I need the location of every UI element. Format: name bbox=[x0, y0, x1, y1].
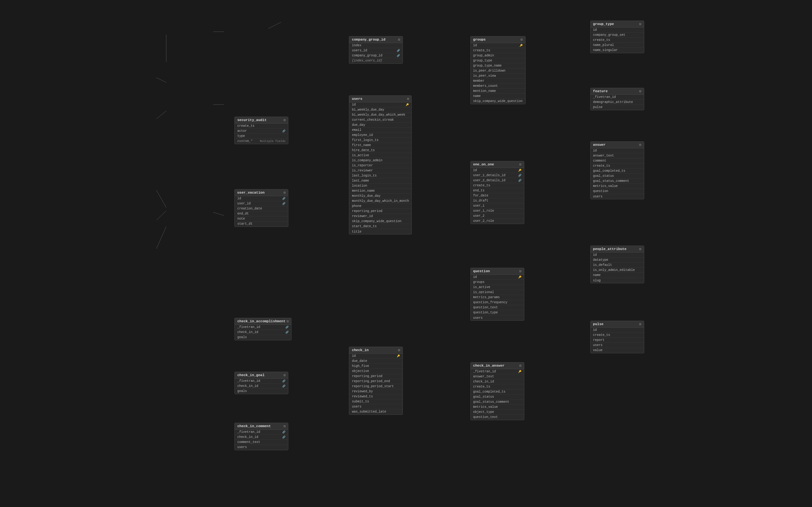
foreign-key-icon: 🔗 bbox=[282, 202, 286, 205]
table-row: create_ts bbox=[591, 333, 644, 338]
field-name: id bbox=[352, 103, 404, 107]
table-expand-icon[interactable]: ⊡ bbox=[284, 424, 286, 428]
field-name: is_only_admin_editable bbox=[593, 268, 641, 272]
table-expand-icon[interactable]: ⊡ bbox=[407, 97, 409, 101]
field-name: goal_status bbox=[593, 174, 641, 178]
field-name: _fivetran_id bbox=[237, 379, 281, 383]
table-expand-icon[interactable]: ⊡ bbox=[284, 191, 286, 194]
table-row: phone bbox=[349, 204, 411, 209]
field-name: company_group_id bbox=[352, 54, 396, 57]
table-expand-icon[interactable]: ⊡ bbox=[521, 38, 523, 42]
table-row: employee_id bbox=[349, 133, 411, 138]
table-name-groups: groups bbox=[473, 38, 486, 42]
field-name: monthly_due_day bbox=[352, 194, 409, 198]
field-name: end_ts bbox=[473, 189, 521, 192]
table-header-check_in_accomplishment[interactable]: check_in_accomplishment⊡ bbox=[235, 318, 291, 325]
field-name: id bbox=[473, 275, 517, 279]
table-name-security_audit: security_audit bbox=[237, 118, 266, 122]
table-row: id🔑 bbox=[471, 275, 524, 280]
table-expand-icon[interactable]: ⊡ bbox=[640, 22, 641, 26]
table-header-groups[interactable]: groups⊡ bbox=[471, 37, 525, 43]
table-groups: groups⊡id🔑create_tsgroup_admingroup_type… bbox=[470, 36, 525, 104]
field-name: user_id bbox=[237, 202, 281, 205]
table-header-people_attribute[interactable]: people_attribute⊡ bbox=[591, 246, 644, 252]
table-header-group_type[interactable]: group_type⊡ bbox=[591, 21, 644, 27]
table-expand-icon[interactable]: ⊡ bbox=[519, 163, 521, 166]
table-row: user_id🔗 bbox=[235, 201, 288, 206]
table-header-answer[interactable]: answer⊡ bbox=[591, 142, 644, 148]
table-name-pulse: pulse bbox=[593, 322, 604, 326]
field-name: create_ts bbox=[473, 184, 521, 187]
field-name: company_group_set bbox=[593, 33, 641, 37]
table-row: create_ts bbox=[591, 164, 644, 169]
table-row: create_ts bbox=[235, 124, 288, 129]
table-header-feature[interactable]: feature⊡ bbox=[591, 88, 644, 95]
table-header-pulse[interactable]: pulse⊡ bbox=[591, 321, 644, 328]
table-row: id bbox=[591, 148, 644, 153]
table-expand-icon[interactable]: ⊡ bbox=[640, 143, 641, 147]
field-name: last_login_ts bbox=[352, 174, 409, 177]
field-name: _fivetran_id bbox=[593, 95, 641, 99]
table-row: mention_name bbox=[471, 89, 525, 94]
table-row: _fivetran_id bbox=[591, 95, 644, 100]
table-header-one_on_one[interactable]: one_on_one⊡ bbox=[471, 161, 524, 168]
field-name: create_ts bbox=[473, 385, 521, 389]
table-expand-icon[interactable]: ⊡ bbox=[640, 322, 641, 326]
field-name: _fivetran_id bbox=[237, 430, 281, 434]
table-row: demographic_attribute bbox=[591, 100, 644, 105]
table-expand-icon[interactable]: ⊡ bbox=[398, 38, 400, 42]
table-expand-icon[interactable]: ⊡ bbox=[287, 320, 289, 323]
table-name-group_type: group_type bbox=[593, 22, 614, 26]
table-header-user_vacation[interactable]: user_vacation⊡ bbox=[235, 189, 288, 196]
field-name: datatype bbox=[593, 258, 641, 262]
field-name: reporting_period bbox=[352, 375, 400, 378]
table-row: id bbox=[591, 27, 644, 33]
table-expand-icon[interactable]: ⊡ bbox=[398, 348, 400, 352]
table-header-company_group_id[interactable]: company_group_id⊡ bbox=[349, 37, 403, 43]
table-row: reporting_period bbox=[349, 374, 403, 379]
field-name: submit_ts bbox=[352, 400, 400, 403]
foreign-key-icon: 🔗 bbox=[282, 431, 286, 434]
field-name: metrics_value bbox=[473, 405, 521, 409]
table-row: user_1_role bbox=[471, 209, 524, 214]
table-security_audit: security_audit⊡create_tsactor🔗typecustom… bbox=[235, 117, 288, 144]
table-expand-icon[interactable]: ⊡ bbox=[640, 247, 641, 251]
table-expand-icon[interactable]: ⊡ bbox=[519, 269, 521, 273]
field-name: comment_text bbox=[237, 441, 286, 444]
table-header-check_in[interactable]: check_in⊡ bbox=[349, 347, 403, 354]
table-header-check_in_answer[interactable]: check_in_answer⊡ bbox=[471, 362, 524, 369]
field-name: name_singular bbox=[593, 49, 641, 52]
table-row: users bbox=[235, 445, 288, 450]
table-row: location bbox=[349, 183, 411, 188]
table-expand-icon[interactable]: ⊡ bbox=[284, 373, 286, 377]
field-name: reviewed_by bbox=[352, 390, 400, 393]
table-row: check_in_id🔗 bbox=[235, 330, 291, 335]
table-row: {index_users_id} bbox=[349, 58, 403, 63]
table-header-users[interactable]: users⊡ bbox=[349, 96, 411, 102]
table-row: question_type bbox=[471, 310, 524, 315]
field-name: id bbox=[593, 253, 641, 257]
table-row: goal_status bbox=[591, 174, 644, 179]
table-expand-icon[interactable]: ⊡ bbox=[519, 364, 521, 368]
table-row: monthly_due_day bbox=[349, 193, 411, 199]
field-name: index bbox=[352, 44, 400, 47]
table-header-check_in_comment[interactable]: check_in_comment⊡ bbox=[235, 423, 288, 430]
table-people_attribute: people_attribute⊡iddatatypeis_defaultis_… bbox=[590, 245, 644, 283]
table-row: datatype bbox=[591, 258, 644, 263]
table-header-check_in_goal[interactable]: check_in_goal⊡ bbox=[235, 372, 288, 379]
table-check_in_accomplishment: check_in_accomplishment⊡_fivetran_id🔗che… bbox=[235, 318, 292, 340]
table-row: metrics_value bbox=[591, 184, 644, 189]
table-name-company_group_id: company_group_id bbox=[352, 38, 386, 42]
field-name: answer_text bbox=[473, 375, 521, 378]
table-expand-icon[interactable]: ⊡ bbox=[284, 118, 286, 122]
primary-key-icon: 🔑 bbox=[518, 169, 521, 172]
svg-line-4 bbox=[156, 111, 166, 119]
table-row: group_type bbox=[471, 58, 525, 63]
table-expand-icon[interactable]: ⊡ bbox=[640, 89, 641, 93]
table-name-feature: feature bbox=[593, 89, 608, 93]
table-row: monthly_due_day_which_in_month bbox=[349, 199, 411, 204]
table-row: create_ts bbox=[591, 38, 644, 43]
primary-key-icon: 🔑 bbox=[397, 354, 400, 357]
table-header-security_audit[interactable]: security_audit⊡ bbox=[235, 117, 288, 124]
table-header-question[interactable]: question⊡ bbox=[471, 268, 524, 275]
